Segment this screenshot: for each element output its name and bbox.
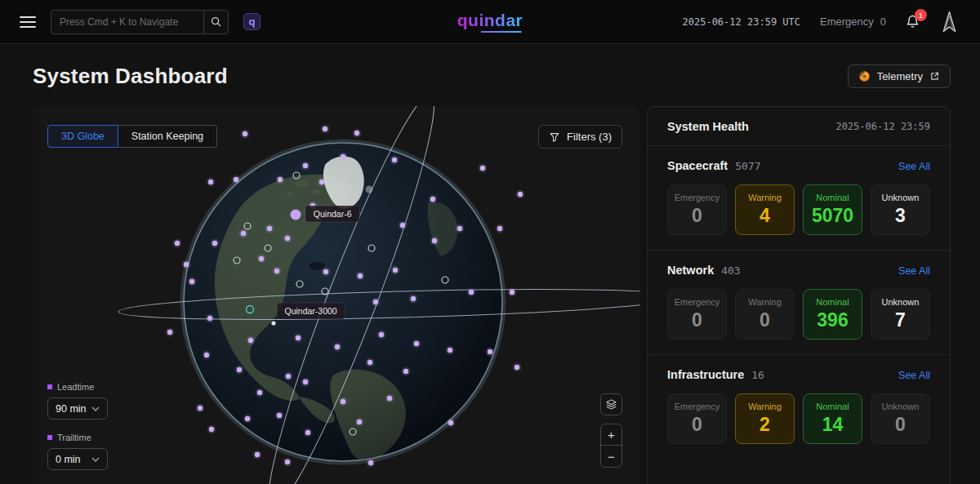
zoom-in-button[interactable]: + bbox=[601, 424, 621, 446]
satellite-dot[interactable] bbox=[414, 341, 419, 346]
quindar-logo: quindar bbox=[457, 11, 523, 33]
satellite-dot[interactable] bbox=[393, 268, 398, 273]
satellite-dot[interactable] bbox=[319, 180, 324, 184]
satellite-dot[interactable] bbox=[341, 154, 345, 159]
filters-label: Filters (3) bbox=[567, 131, 612, 143]
status-value: 7 bbox=[895, 309, 906, 331]
satellite-dot[interactable] bbox=[198, 406, 203, 411]
globe-3d-view[interactable]: Quindar-6Quindar-3000 bbox=[33, 106, 640, 484]
emergency-indicator[interactable]: Emergency 0 bbox=[820, 16, 886, 28]
status-card-warning: Warning0 bbox=[735, 289, 795, 340]
search-input[interactable] bbox=[51, 11, 203, 33]
satellite-dot[interactable] bbox=[248, 338, 253, 343]
satellite-dot[interactable] bbox=[357, 420, 362, 424]
globe-panel: Quindar-6Quindar-3000 3D Globe Station K… bbox=[33, 106, 640, 484]
satellite-dot[interactable] bbox=[480, 166, 485, 171]
satellite-dot[interactable] bbox=[448, 420, 453, 425]
satellite-dot[interactable] bbox=[241, 231, 246, 236]
satellite-dot[interactable] bbox=[209, 427, 214, 432]
satellite-dot[interactable] bbox=[167, 330, 172, 335]
satellite-dot[interactable] bbox=[296, 335, 301, 340]
satellite-dot[interactable] bbox=[518, 192, 523, 197]
system-health-panel: System Health 2025-06-12 23:59 Spacecraf… bbox=[647, 106, 951, 484]
see-all-link[interactable]: See All bbox=[898, 161, 930, 172]
satellite-dot[interactable] bbox=[204, 353, 209, 357]
satellite-dot[interactable] bbox=[514, 365, 519, 370]
satellite-dot[interactable] bbox=[400, 223, 405, 228]
satellite-dot[interactable] bbox=[184, 262, 189, 267]
satellite-dot[interactable] bbox=[303, 380, 308, 384]
satellite-dot[interactable] bbox=[285, 236, 290, 241]
satellite-dot[interactable] bbox=[277, 413, 282, 418]
satellite-dot[interactable] bbox=[257, 390, 262, 395]
rocket-icon[interactable] bbox=[940, 11, 959, 33]
satellite-dot[interactable] bbox=[267, 226, 272, 231]
status-card-nominal: Nominal396 bbox=[803, 289, 862, 340]
leadtime-select[interactable]: 90 min bbox=[47, 397, 108, 420]
satellite-dot[interactable] bbox=[411, 296, 416, 301]
satellite-dot[interactable] bbox=[234, 177, 238, 182]
notifications-button[interactable]: 1 bbox=[906, 14, 920, 30]
satellite-dot[interactable] bbox=[335, 344, 340, 349]
filters-button[interactable]: Filters (3) bbox=[538, 125, 622, 149]
satellite-dot[interactable] bbox=[243, 131, 247, 136]
satellite-dot[interactable] bbox=[212, 241, 217, 246]
zoom-out-button[interactable]: − bbox=[601, 446, 621, 467]
satellite-dot[interactable] bbox=[323, 269, 328, 274]
top-bar: q quindar 2025-06-12 23:59 UTC Emergency… bbox=[0, 0, 980, 44]
satellite-dot[interactable] bbox=[358, 273, 363, 278]
satellite-dot[interactable] bbox=[175, 241, 180, 246]
trailtime-select[interactable]: 0 min bbox=[47, 448, 108, 470]
menu-icon[interactable] bbox=[20, 16, 36, 28]
satellite-dot[interactable] bbox=[448, 348, 452, 353]
external-link-icon bbox=[929, 71, 940, 82]
see-all-link[interactable]: See All bbox=[898, 265, 930, 277]
satellite-dot-quindar-6[interactable] bbox=[291, 210, 301, 220]
status-value: 0 bbox=[895, 414, 906, 436]
satellite-dot-quindar-3000[interactable] bbox=[271, 321, 275, 325]
satellite-dot[interactable] bbox=[392, 158, 397, 162]
tab-station-keeping[interactable]: Station Keeping bbox=[118, 125, 217, 148]
status-card-nominal: Nominal14 bbox=[803, 393, 862, 444]
globe-view-tabs: 3D Globe Station Keeping bbox=[47, 125, 217, 148]
health-section-infrastructure: Infrastructure16See AllEmergency0Warning… bbox=[648, 354, 950, 459]
satellite-dot[interactable] bbox=[305, 430, 310, 435]
satellite-dot[interactable] bbox=[245, 416, 250, 421]
satellite-dot[interactable] bbox=[368, 360, 372, 365]
grafana-icon bbox=[858, 70, 871, 82]
satellite-dot[interactable] bbox=[237, 367, 242, 372]
satellite-dot[interactable] bbox=[373, 300, 378, 304]
satellite-dot[interactable] bbox=[207, 316, 212, 321]
satellite-dot[interactable] bbox=[488, 349, 492, 354]
satellite-dot[interactable] bbox=[274, 269, 279, 273]
satellite-dot[interactable] bbox=[189, 279, 194, 284]
status-card-warning: Warning2 bbox=[735, 393, 795, 444]
satellite-dot[interactable] bbox=[286, 374, 291, 379]
satellite-dot[interactable] bbox=[303, 163, 308, 168]
telemetry-button[interactable]: Telemetry bbox=[848, 64, 951, 88]
map-layers-button[interactable] bbox=[600, 393, 622, 415]
satellite-dot[interactable] bbox=[387, 396, 392, 401]
satellite-dot[interactable] bbox=[469, 290, 474, 295]
satellite-dot[interactable] bbox=[457, 226, 462, 231]
satellite-dot[interactable] bbox=[379, 332, 384, 337]
satellite-dot[interactable] bbox=[403, 369, 408, 374]
satellite-dot[interactable] bbox=[341, 399, 345, 404]
satellite-dot[interactable] bbox=[285, 460, 290, 464]
search-button[interactable] bbox=[203, 11, 228, 33]
quindar-mark-button[interactable]: q bbox=[243, 13, 261, 30]
satellite-dot[interactable] bbox=[278, 177, 283, 182]
satellite-dot[interactable] bbox=[354, 131, 359, 135]
satellite-dot[interactable] bbox=[323, 127, 327, 131]
satellite-dot[interactable] bbox=[430, 197, 435, 202]
satellite-dot[interactable] bbox=[259, 256, 264, 261]
see-all-link[interactable]: See All bbox=[898, 370, 930, 381]
satellite-dot[interactable] bbox=[255, 452, 260, 457]
global-search bbox=[51, 10, 229, 34]
satellite-dot[interactable] bbox=[208, 180, 213, 184]
satellite-dot[interactable] bbox=[510, 290, 514, 295]
satellite-dot[interactable] bbox=[432, 238, 437, 243]
tab-3d-globe[interactable]: 3D Globe bbox=[47, 125, 118, 148]
satellite-dot[interactable] bbox=[368, 460, 373, 465]
satellite-dot[interactable] bbox=[497, 226, 502, 231]
